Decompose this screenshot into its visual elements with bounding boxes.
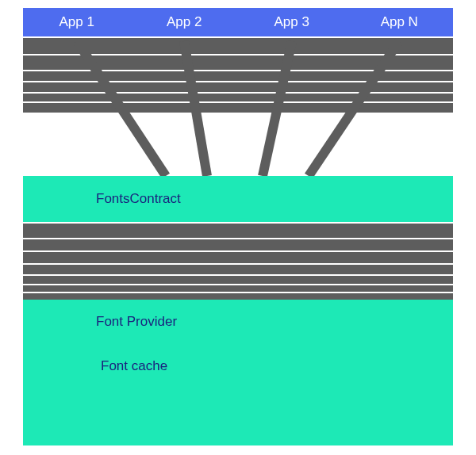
stripe <box>23 101 453 113</box>
font-provider-box: Font Provider Font cache <box>23 300 453 445</box>
app-3-label: App 3 <box>238 14 346 30</box>
app-1-label: App 1 <box>23 14 131 30</box>
stripe <box>23 222 453 239</box>
stripe <box>23 36 453 55</box>
fonts-contract-box: FontsContract <box>23 176 453 250</box>
apps-bar: App 1 App 2 App 3 App N <box>23 8 453 36</box>
stripe <box>23 54 453 71</box>
font-cache-label: Font cache <box>101 358 167 374</box>
app-2-label: App 2 <box>131 14 239 30</box>
font-provider-label: Font Provider <box>96 314 177 330</box>
fonts-contract-label: FontsContract <box>96 191 181 207</box>
app-n-label: App N <box>346 14 454 30</box>
